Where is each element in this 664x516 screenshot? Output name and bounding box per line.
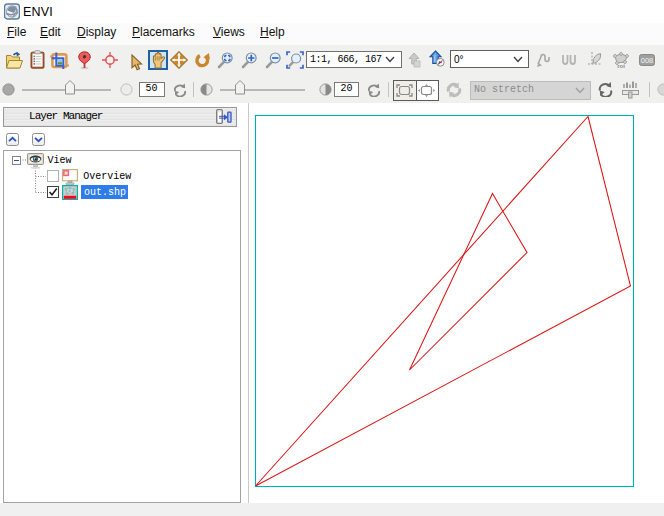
svg-text:roi: roi bbox=[617, 63, 625, 68]
svg-text:008: 008 bbox=[641, 56, 654, 65]
